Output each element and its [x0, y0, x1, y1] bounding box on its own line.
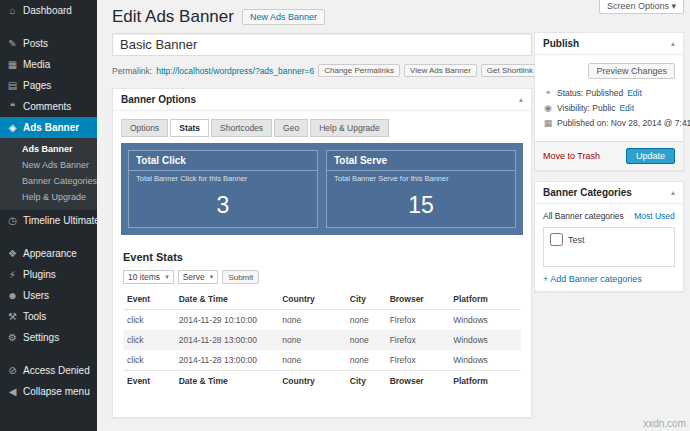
category-checkbox[interactable] — [550, 233, 563, 246]
tab-geo[interactable]: Geo — [274, 119, 308, 137]
sidebar-item-label: Posts — [23, 38, 48, 49]
category-tabs: All Banner categories Most Used — [535, 204, 683, 224]
category-item[interactable]: Test — [550, 233, 668, 246]
screen-options-button[interactable]: Screen Options ▾ — [599, 0, 684, 14]
footer-event: Event — [123, 371, 175, 392]
sidebar-item-dashboard[interactable]: ⌂ Dashboard — [0, 0, 97, 21]
published-on-text: Published on: Nov 28, 2014 @ 7:41 — [557, 118, 690, 128]
tab-options[interactable]: Options — [121, 119, 168, 137]
stat-card-title: Total Click — [129, 151, 317, 171]
cell-event: click — [123, 330, 175, 350]
publish-header[interactable]: Publish ▴ — [535, 33, 683, 55]
tab-stats[interactable]: Stats — [170, 119, 209, 137]
sidebar-item-timeline-ultimate[interactable]: ◷ Timeline Ultimate — [0, 210, 97, 231]
get-shortlink-button[interactable]: Get Shortlink — [481, 64, 539, 77]
status-row: ⌖ Status: Published Edit — [543, 87, 675, 98]
sidebar-item-settings[interactable]: ⚙ Settings — [0, 327, 97, 348]
watermark-text: xxdn.com — [643, 418, 686, 429]
tools-icon: ⚒ — [7, 311, 18, 322]
event-stats-title: Event Stats — [123, 251, 521, 263]
cell-city: none — [346, 330, 386, 350]
sidebar-item-access-denied[interactable]: ⊘ Access Denied — [0, 360, 97, 381]
table-header-row: Event Date & Time Country City Browser P… — [123, 289, 521, 310]
edit-status-link[interactable]: Edit — [627, 88, 642, 98]
edit-visibility-link[interactable]: Edit — [619, 103, 634, 113]
permalink-url[interactable]: http://localhost/wordpress/?ads_banner=6 — [156, 66, 314, 76]
sidebar-item-label: Media — [23, 59, 50, 70]
collapse-toggle-icon[interactable]: ▴ — [671, 39, 675, 48]
status-icon: ⌖ — [543, 87, 553, 98]
submenu-item-help-upgrade[interactable]: Help & Upgrade — [0, 189, 97, 205]
sidebar-item-appearance[interactable]: ❖ Appearance — [0, 243, 97, 264]
submenu-item-new-ads-banner[interactable]: New Ads Banner — [0, 157, 97, 173]
cell-city: none — [346, 350, 386, 371]
settings-icon: ⚙ — [7, 332, 18, 343]
sidebar-item-pages[interactable]: ▤ Pages — [0, 75, 97, 96]
banner-options-header[interactable]: Banner Options ▴ — [113, 89, 531, 111]
visibility-icon: ◉ — [543, 103, 553, 113]
sidebar-item-comments[interactable]: ❝ Comments — [0, 96, 97, 117]
sidebar-item-plugins[interactable]: ⚡ Plugins — [0, 264, 97, 285]
submenu-item-banner-categories[interactable]: Banner Categories — [0, 173, 97, 189]
sidebar-item-label: Ads Banner — [23, 122, 79, 133]
sidebar-item-label: Access Denied — [23, 365, 90, 376]
banner-options-metabox: Banner Options ▴ Options Stats Shortcode… — [112, 88, 532, 418]
tab-most-used[interactable]: Most Used — [634, 211, 675, 221]
sidebar-item-posts[interactable]: ✎ Posts — [0, 33, 97, 54]
sidebar-item-label: Settings — [23, 332, 59, 343]
cell-browser: Firefox — [386, 330, 450, 350]
banner-title-input[interactable] — [112, 33, 532, 56]
tab-help-upgrade[interactable]: Help & Upgrade — [310, 119, 388, 137]
cell-browser: Firefox — [386, 310, 450, 331]
main-content: Screen Options ▾ Edit Ads Banner New Ads… — [97, 0, 690, 431]
column-header-event: Event — [123, 289, 175, 310]
timeline-icon: ◷ — [7, 215, 18, 226]
metabox-title: Publish — [543, 38, 579, 49]
sidebar-item-label: Appearance — [23, 248, 77, 259]
dashboard-icon: ⌂ — [7, 5, 18, 16]
cell-platform: Windows — [449, 330, 521, 350]
calendar-icon: ▦ — [543, 118, 553, 128]
submenu-item-ads-banner[interactable]: Ads Banner — [0, 141, 97, 157]
total-serve-card: Total Serve Total Banner Serve for this … — [326, 150, 516, 228]
view-ads-banner-button[interactable]: View Ads Banner — [404, 64, 477, 77]
event-stats-table: Event Date & Time Country City Browser P… — [123, 289, 521, 391]
submit-button[interactable]: Submit — [222, 270, 259, 284]
change-permalinks-button[interactable]: Change Permalinks — [318, 64, 400, 77]
tab-shortcodes[interactable]: Shortcodes — [211, 119, 272, 137]
metabox-title: Banner Categories — [543, 187, 632, 198]
footer-country: Country — [278, 371, 346, 392]
stats-panel: Total Click Total Banner Click for this … — [121, 143, 523, 235]
collapse-toggle-icon[interactable]: ▴ — [671, 188, 675, 197]
event-type-select[interactable]: Serve ▾ — [178, 270, 219, 284]
cell-country: none — [278, 350, 346, 371]
cell-country: none — [278, 310, 346, 331]
add-banner-category-link[interactable]: + Add Banner categories — [535, 267, 683, 291]
event-stats-section: Event Stats 10 items ▾ Serve ▾ Submit Ev… — [113, 235, 531, 391]
column-header-browser: Browser — [386, 289, 450, 310]
cell-country: none — [278, 330, 346, 350]
table-row: click 2014-11-28 13:00:00 none none Fire… — [123, 330, 521, 350]
update-button[interactable]: Update — [626, 148, 675, 164]
table-row: click 2014-11-28 13:00:00 none none Fire… — [123, 350, 521, 371]
cell-platform: Windows — [449, 310, 521, 331]
preview-changes-button[interactable]: Preview Changes — [588, 63, 675, 79]
users-icon: ☻ — [7, 290, 18, 301]
sidebar-item-ads-banner[interactable]: ◈ Ads Banner — [0, 117, 97, 138]
sidebar-item-tools[interactable]: ⚒ Tools — [0, 306, 97, 327]
footer-city: City — [346, 371, 386, 392]
collapse-toggle-icon[interactable]: ▴ — [519, 95, 523, 104]
new-ads-banner-button[interactable]: New Ads Banner — [242, 9, 325, 25]
move-to-trash-link[interactable]: Move to Trash — [543, 151, 600, 161]
pages-icon: ▤ — [7, 80, 18, 91]
items-per-page-select[interactable]: 10 items ▾ — [123, 270, 174, 284]
tab-all-categories[interactable]: All Banner categories — [543, 211, 624, 221]
cell-datetime: 2014-11-28 13:00:00 — [175, 350, 278, 371]
cell-city: none — [346, 310, 386, 331]
collapse-icon: ◀ — [7, 386, 18, 397]
sidebar-item-media[interactable]: ▦ Media — [0, 54, 97, 75]
banner-categories-header[interactable]: Banner Categories ▴ — [535, 182, 683, 204]
sidebar-item-collapse-menu[interactable]: ◀ Collapse menu — [0, 381, 97, 402]
sidebar-item-users[interactable]: ☻ Users — [0, 285, 97, 306]
cell-browser: Firefox — [386, 350, 450, 371]
